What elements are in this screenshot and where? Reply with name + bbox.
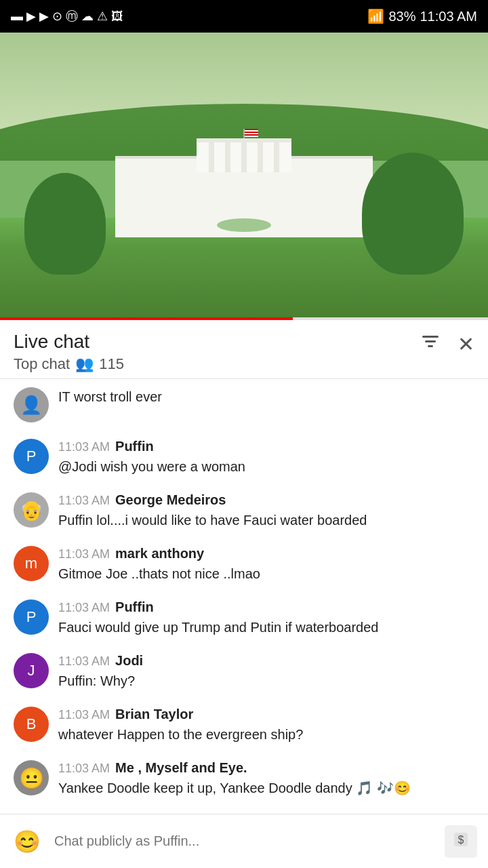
avatar: m: [14, 546, 49, 581]
trees-front-right: [362, 153, 464, 275]
message-time: 11:03 AM: [58, 708, 110, 722]
column: [209, 142, 214, 172]
avatar: P: [14, 599, 49, 635]
top-chat-label[interactable]: Top chat: [14, 355, 70, 373]
svg-text:$: $: [458, 834, 464, 846]
avatar-label: m: [25, 555, 37, 572]
status-bar-right: 📶 83% 11:03 AM: [367, 8, 477, 24]
wifi-icon: 📶: [367, 8, 384, 24]
message-meta: 11:03 AM mark anthony: [58, 546, 474, 561]
message-author: Brian Taylor: [115, 707, 193, 722]
column: [258, 142, 263, 172]
message-meta: 11:03 AM Brian Taylor: [58, 707, 474, 722]
close-icon[interactable]: ✕: [458, 332, 474, 356]
message-time: 11:03 AM: [58, 601, 110, 615]
avatar: J: [14, 653, 49, 688]
emoji-button[interactable]: 😊: [11, 825, 43, 858]
time-text: 11:03 AM: [420, 9, 477, 24]
avatar-photo-icon: 👴: [20, 499, 43, 521]
message-meta: 11:03 AM Jodi: [58, 653, 474, 669]
message-time: 11:03 AM: [58, 547, 110, 561]
chat-message: 😐 11:03 AM Me , Myself and Eye. Yankee D…: [0, 752, 488, 806]
message-content: IT worst troll ever: [58, 387, 474, 406]
message-text: IT worst troll ever: [58, 389, 162, 404]
trees-front-left: [24, 173, 106, 275]
message-text: Puffin lol....i would like to have Fauci…: [58, 513, 367, 528]
avatar-label: B: [26, 715, 37, 733]
chat-input-area: 😊 $: [0, 814, 488, 868]
column: [274, 142, 279, 172]
video-thumbnail: [0, 33, 488, 317]
chat-message: P 11:03 AM Puffin Fauci would give up Tr…: [0, 591, 488, 645]
send-icon: $: [451, 830, 470, 853]
chat-message: J 11:03 AM Jodi Puffin: Why?: [0, 645, 488, 698]
portico: [197, 138, 291, 172]
avatar: 😐: [14, 760, 49, 795]
video-progress-bar[interactable]: [0, 317, 488, 320]
message-author: Puffin: [115, 599, 154, 615]
avatar-label: J: [28, 662, 35, 679]
emoji-icon: 😊: [14, 829, 41, 854]
message-text: Fauci would give up Trump and Putin if w…: [58, 620, 379, 635]
message-content: 11:03 AM Me , Myself and Eye. Yankee Doo…: [58, 760, 474, 797]
chat-message: m 11:03 AM mark anthony Gitmoe Joe ..tha…: [0, 538, 488, 591]
column: [225, 142, 230, 172]
svg-rect-2: [428, 345, 433, 347]
column: [241, 142, 247, 172]
message-content: 11:03 AM mark anthony Gitmoe Joe ..thats…: [58, 546, 474, 583]
avatar: 👤: [14, 387, 49, 422]
svg-rect-0: [422, 336, 439, 338]
message-content: 11:03 AM Puffin @Jodi wish you were a wo…: [58, 439, 474, 476]
message-text: Puffin: Why?: [58, 673, 135, 688]
battery-text: 83%: [388, 9, 415, 24]
chat-message: 👴 11:03 AM George Medeiros Puffin lol...…: [0, 484, 488, 538]
message-author: George Medeiros: [115, 492, 226, 508]
avatar: B: [14, 707, 49, 742]
filter-icon[interactable]: [420, 331, 441, 357]
avatar-label: P: [26, 608, 37, 626]
message-text: whatever Happen to the evergreen ship?: [58, 727, 303, 742]
progress-fill: [0, 317, 293, 320]
message-text: Yankee Doodle keep it up, Yankee Doodle …: [58, 781, 411, 795]
avatar: 👴: [14, 492, 49, 528]
avatar-selfie-icon: 😐: [19, 766, 44, 790]
message-time: 11:03 AM: [58, 494, 110, 508]
chat-header: Live chat Top chat 👥 115 ✕: [0, 320, 488, 379]
chat-header-right[interactable]: ✕: [420, 331, 474, 357]
fountain: [217, 218, 271, 232]
chat-message: P 11:03 AM Puffin @Jodi wish you were a …: [0, 431, 488, 484]
chat-subtitle: Top chat 👥 115: [14, 355, 124, 373]
chat-message: 👤 IT worst troll ever: [0, 379, 488, 431]
chat-header-left: Live chat Top chat 👥 115: [14, 331, 124, 373]
send-button[interactable]: $: [445, 825, 477, 858]
chat-input[interactable]: [54, 825, 434, 858]
message-content: 11:03 AM George Medeiros Puffin lol....i…: [58, 492, 474, 530]
columns: [197, 142, 291, 172]
message-meta: 11:03 AM George Medeiros: [58, 492, 474, 508]
message-meta: 11:03 AM Puffin: [58, 599, 474, 615]
live-chat-title: Live chat: [14, 331, 124, 353]
avatar: P: [14, 439, 49, 474]
users-icon: 👥: [75, 355, 94, 373]
message-author: mark anthony: [115, 546, 204, 561]
message-content: 11:03 AM Brian Taylor whatever Happen to…: [58, 707, 474, 744]
message-content: 11:03 AM Puffin Fauci would give up Trum…: [58, 599, 474, 637]
message-author: Puffin: [115, 439, 154, 454]
viewer-count: 115: [99, 355, 124, 373]
avatar-icon: 👤: [20, 395, 42, 416]
message-time: 11:03 AM: [58, 762, 110, 776]
message-author: Me , Myself and Eye.: [115, 760, 247, 776]
message-meta: 11:03 AM Puffin: [58, 439, 474, 454]
notification-icons: ▬ ▶ ▶ ⊙ ⓜ ☁ ⚠ 🖼: [11, 8, 123, 24]
video-player[interactable]: [0, 33, 488, 317]
status-bar: ▬ ▶ ▶ ⊙ ⓜ ☁ ⚠ 🖼 📶 83% 11:03 AM: [0, 0, 488, 33]
chat-message: B 11:03 AM Brian Taylor whatever Happen …: [0, 698, 488, 752]
message-author: Jodi: [115, 653, 143, 669]
message-time: 11:03 AM: [58, 654, 110, 669]
chat-messages-container[interactable]: 👤 IT worst troll ever P 11:03 AM Puffin …: [0, 379, 488, 867]
message-meta: 11:03 AM Me , Myself and Eye.: [58, 760, 474, 776]
message-text: Gitmoe Joe ..thats not nice ..lmao: [58, 566, 260, 581]
avatar-label: P: [26, 448, 37, 465]
svg-rect-1: [425, 340, 436, 342]
status-bar-left: ▬ ▶ ▶ ⊙ ⓜ ☁ ⚠ 🖼: [11, 8, 123, 24]
